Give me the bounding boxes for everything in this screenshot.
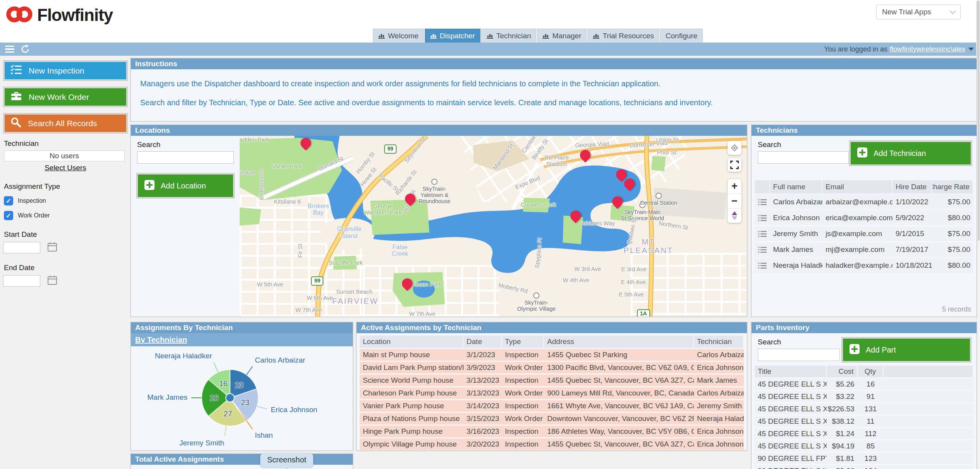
table-cell: Inspection bbox=[502, 438, 544, 450]
table-row[interactable]: Neeraja Haladkerhaladker@example.com10/1… bbox=[755, 258, 973, 273]
table-row[interactable]: 45 DEGREE ELL S X S - ...$38.1211 bbox=[755, 416, 973, 427]
table-row[interactable]: Hinge Park Pump house3/16/2023Inspection… bbox=[360, 426, 744, 437]
table-row[interactable]: 90 DEGREE ELL S X FP...$9.66134 bbox=[755, 465, 973, 469]
map-pin[interactable] bbox=[612, 195, 623, 210]
pie-leader-line bbox=[247, 421, 253, 429]
search-all-records-button[interactable]: Search All Records bbox=[3, 113, 128, 134]
active-assignments-table: LocationDateTypeAddressTechnicianMain st… bbox=[360, 335, 744, 450]
login-user-link[interactable]: flowfinitywirelessinc\alex bbox=[890, 45, 965, 53]
table-cell: $80.00 bbox=[932, 211, 973, 225]
pie-value: 27 bbox=[223, 409, 232, 418]
table-cell: 45 DEGREE ELL S X S - ... bbox=[755, 378, 827, 390]
table-cell: 7/19/2017 bbox=[892, 242, 932, 257]
checkbox-inspection[interactable]: ✓ Inspection bbox=[4, 196, 127, 205]
parts-search-input[interactable] bbox=[758, 349, 840, 361]
technicians-search-input[interactable] bbox=[758, 151, 849, 164]
table-row[interactable]: 45 DEGREE ELL S X S - ...$5.2616 bbox=[755, 378, 973, 390]
technician-filter-value[interactable]: No users bbox=[4, 151, 125, 161]
map-tilt-control[interactable] bbox=[728, 208, 741, 223]
new-inspection-button[interactable]: New Inspection bbox=[3, 60, 128, 81]
map-pins bbox=[240, 136, 747, 317]
table-row[interactable]: Jeremy Smithjs@example.com9/1/2015$75.00 bbox=[755, 226, 973, 241]
map-fullscreen-button[interactable] bbox=[728, 158, 741, 172]
map-pin[interactable] bbox=[623, 177, 635, 192]
button-label: New Inspection bbox=[29, 66, 84, 75]
table-cell: 186 Athletes Way, Vancouver, BC V5Y 0B6,… bbox=[544, 426, 694, 437]
table-row[interactable]: 45 DEGREE ELL S X S - ...$3.2291 bbox=[755, 391, 973, 402]
scrollbar-thumb[interactable] bbox=[977, 1, 980, 241]
map-locate-button[interactable] bbox=[728, 141, 741, 155]
table-row[interactable]: Carlos Arbaizararbaizar@exmaple.com1/10/… bbox=[755, 195, 973, 209]
tilt-up-icon[interactable] bbox=[732, 211, 737, 215]
map-zoom-out-button[interactable]: − bbox=[728, 193, 741, 208]
caret-down-icon[interactable] bbox=[968, 48, 974, 51]
calendar-icon[interactable] bbox=[47, 242, 57, 253]
table-row[interactable]: Science World Pump house3/13/2023Inspect… bbox=[360, 375, 744, 386]
end-date-input[interactable] bbox=[3, 275, 40, 287]
row-menu-icon[interactable] bbox=[755, 242, 770, 257]
table-row[interactable]: Olympic Village Pump house3/20/2023Inspe… bbox=[360, 438, 744, 450]
table-row[interactable]: Mark Jamesmj@example.com7/19/2017$75.00 bbox=[755, 242, 973, 257]
table-header-cell: Address bbox=[544, 335, 694, 348]
map-pin[interactable] bbox=[579, 148, 591, 164]
row-menu-icon[interactable] bbox=[755, 226, 770, 241]
row-menu-icon[interactable] bbox=[755, 211, 770, 225]
table-cell bbox=[884, 391, 973, 402]
pie-leader-line bbox=[247, 366, 253, 375]
tab-configure[interactable]: Configure bbox=[660, 29, 703, 43]
table-header-cell: Location bbox=[360, 335, 463, 348]
locations-search-input[interactable] bbox=[137, 151, 234, 164]
menu-icon[interactable] bbox=[5, 46, 14, 53]
table-cell: 1300 Pacific Blvd, Vancouver, BC V6Z 0A9… bbox=[544, 362, 694, 373]
tab-dispatcher[interactable]: Dispatcher bbox=[425, 29, 481, 43]
table-row[interactable]: Main st Pump house3/1/2023Inspection1455… bbox=[360, 349, 744, 361]
table-cell: Carlos Arbaizar bbox=[694, 387, 744, 399]
select-users-link[interactable]: Select Users bbox=[3, 164, 128, 172]
tab-manager[interactable]: Manager bbox=[537, 29, 587, 43]
table-cell: Erica Johnson bbox=[694, 362, 744, 373]
checkbox-work-order[interactable]: ✓ Work Order bbox=[4, 211, 127, 220]
tab-technician[interactable]: Technician bbox=[481, 29, 537, 43]
tab-trial-resources[interactable]: Trial Resources bbox=[587, 29, 659, 43]
parts-inventory-table: TitleCostQty45 DEGREE ELL S X S - ...$5.… bbox=[755, 366, 973, 469]
table-row[interactable]: Erica Johnsonerica@example.com5/9/2022$8… bbox=[755, 211, 973, 225]
add-location-button[interactable]: Add Location bbox=[136, 173, 235, 199]
table-row[interactable]: 45 DEGREE ELL S X S - ...$94.1985 bbox=[755, 440, 973, 452]
table-row[interactable]: 45 DEGREE ELL S X S - ...$226.53131 bbox=[755, 403, 973, 414]
table-cell: Erica Johnson bbox=[694, 426, 744, 437]
calendar-icon[interactable] bbox=[47, 275, 57, 287]
map-pin[interactable] bbox=[570, 209, 581, 224]
map-zoom-in-button[interactable]: + bbox=[728, 179, 741, 193]
pin-icon bbox=[568, 209, 583, 223]
new-work-order-button[interactable]: New Work Order bbox=[3, 87, 128, 107]
locations-panel: Locations Search Add Location bbox=[130, 125, 747, 317]
by-technician-link[interactable]: By Technician bbox=[135, 335, 187, 344]
locations-map[interactable]: Hadden ParkVanier Parkte AveChestnut StK… bbox=[240, 136, 747, 317]
checkbox-checked-icon[interactable]: ✓ bbox=[4, 196, 13, 205]
row-menu-icon[interactable] bbox=[755, 258, 770, 273]
add-technician-button[interactable]: Add Technician bbox=[849, 140, 972, 166]
table-cell: 123 bbox=[858, 453, 884, 464]
map-pin[interactable] bbox=[401, 277, 413, 292]
start-date-input[interactable] bbox=[3, 242, 40, 253]
table-row[interactable]: Plaza of Nations Pump house3/15/2023Work… bbox=[360, 413, 744, 424]
table-cell: 45 DEGREE ELL S X S - ... bbox=[755, 403, 827, 414]
bar-chart-icon bbox=[542, 33, 549, 39]
map-pin[interactable] bbox=[404, 192, 416, 207]
table-row[interactable]: David Lam Park Pump station/Fountain3/9/… bbox=[360, 362, 744, 373]
pie-label: Jeremy Smith bbox=[179, 439, 224, 447]
table-row[interactable]: Vanier Park Pump house3/14/2023Inspectio… bbox=[360, 400, 744, 412]
tab-welcome[interactable]: Welcome bbox=[373, 29, 424, 43]
table-cell: erica@example.com bbox=[822, 211, 892, 225]
table-row[interactable]: 90 DEGREE ELL FPT X ...$1.81123 bbox=[755, 453, 973, 464]
table-row[interactable]: Charleson Park Pump house3/13/2023Work O… bbox=[360, 387, 744, 399]
row-menu-icon[interactable] bbox=[755, 195, 770, 209]
app-selector-dropdown[interactable]: New Trial Apps bbox=[876, 5, 961, 19]
add-part-button[interactable]: Add Part bbox=[841, 337, 971, 363]
table-cell: 85 bbox=[858, 440, 884, 452]
checkbox-checked-icon[interactable]: ✓ bbox=[4, 211, 13, 220]
refresh-icon[interactable] bbox=[21, 45, 30, 55]
tilt-down-icon[interactable] bbox=[732, 216, 737, 220]
map-pin[interactable] bbox=[300, 137, 311, 152]
table-row[interactable]: 45 DEGREE ELL S X S - ...$1.24112 bbox=[755, 428, 973, 439]
